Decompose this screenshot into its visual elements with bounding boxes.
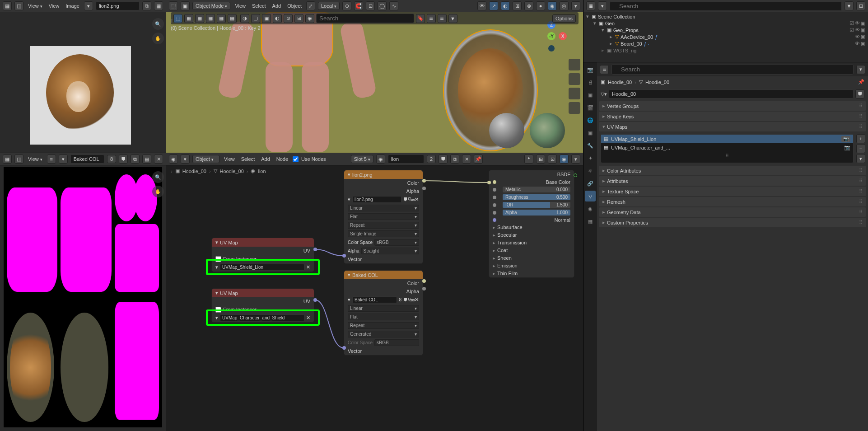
pin-properties-icon[interactable]: 📌 [858,79,864,85]
outliner-item-aacdevice[interactable]: ▽AAcDevice_00ƒ👁▣ [585,33,866,40]
imgtex1-color-socket[interactable] [422,179,426,183]
bsdf-basecolor-socket[interactable] [487,181,491,184]
outliner-item-geo[interactable]: ▣Geo☑👁▣ [585,20,866,27]
uv-mode-icon[interactable]: ◫ [14,155,23,164]
node-image-texture-1[interactable]: ▾lion2.png Color Alpha ▾lion2.png⛊⧉▤✕ Li… [344,170,423,264]
imgtex1-vector-socket[interactable] [342,254,346,258]
select-tool-6[interactable]: ▦ [228,14,237,23]
ior-slider[interactable]: IOR1.500 [503,202,570,208]
transmission-expand[interactable]: Transmission [493,240,527,246]
panel-uv-maps[interactable]: UV Maps⠿ [599,122,866,131]
dropdown-node-icon[interactable]: ▾ [571,155,580,164]
imgtex1-alpha[interactable]: Straight [361,248,419,254]
curve-icon[interactable]: ∿ [389,1,398,10]
menu-view-uv[interactable]: View [26,156,44,162]
list-toggle-icon[interactable]: ≡ [47,155,56,164]
prop-tab-particle[interactable]: ✦ [585,153,596,164]
mesh-name-field[interactable]: Hoodie_00 [609,89,854,98]
panel-texture-space[interactable]: Texture Space⠿ [599,187,866,196]
copy-icon[interactable]: ⧉ [131,155,140,164]
material-name-field[interactable]: lion [388,155,424,164]
menu-select-node[interactable]: Select [239,156,257,162]
new-collection-icon[interactable]: ⊞ [856,1,865,10]
uv-image-users[interactable]: 8 [107,155,116,163]
options-dropdown[interactable]: Options [552,14,576,23]
overlay-node-icon[interactable]: ⊡ [548,155,557,164]
layers-icon[interactable]: ≣ [427,14,436,23]
panel-custom-properties[interactable]: Custom Properties⠿ [599,218,866,227]
editor-type-3dview[interactable]: ⬚ [169,1,178,10]
unlink-mat-icon[interactable]: ✕ [462,155,471,164]
uv-canvas[interactable] [4,167,162,427]
alpha-slider[interactable]: Alpha1.000 [503,210,570,216]
bookmark-icon[interactable]: 🔖 [416,14,425,23]
imgtex1-filename[interactable]: lion2.png [352,196,401,203]
outliner-search[interactable] [610,1,842,11]
parent-node-icon[interactable]: ↰ [524,155,533,164]
menu-object-3d[interactable]: Object [285,3,303,9]
pin-icon[interactable]: 📌 [474,155,483,164]
collection-color-icon[interactable]: ◑ [240,14,249,23]
outliner-item-wgtsrig[interactable]: ▣WGTS_rig [585,47,866,54]
select-box-tool[interactable]: ⬚ [173,14,182,23]
node-image-texture-2[interactable]: ▾Baked COL Color Alpha ▾Baked COL8⛊⧉▤✕ L… [344,270,423,356]
uv-image-name-field[interactable]: Baked COL [70,155,104,164]
select-tool-4[interactable]: ▦ [206,14,215,23]
shading-material-icon[interactable]: ◉ [548,1,557,10]
mode-dropdown[interactable]: Object Mode [192,2,230,10]
shading-rendered-icon[interactable]: ◎ [560,1,569,10]
node-uvmap-1[interactable]: ▾UV Map UV From Instancer ▾UVMap_Shield_… [211,238,314,272]
outliner-item-board[interactable]: ▽Board_00ƒ ⌐👁▣ [585,40,866,47]
viewport-3d-canvas[interactable] [166,12,583,153]
remove-uvmap-button[interactable]: − [856,144,865,153]
menu-select-3d[interactable]: Select [250,3,268,9]
imgtex2-interp[interactable]: Linear [348,305,419,312]
slot-dropdown[interactable]: Slot 5 [351,155,373,163]
zoom-viewport-icon[interactable] [569,59,580,70]
pivot-icon[interactable]: ⊙ [342,1,351,10]
sheen-expand[interactable]: Sheen [493,255,512,261]
material-ball-icon[interactable]: ◉ [376,155,385,164]
select-tool-2[interactable]: ▦ [184,14,193,23]
subsurface-expand[interactable]: Subsurface [493,225,523,230]
pan-tool-uv-icon[interactable]: ✋ [152,186,164,197]
perspective-toggle-icon[interactable] [569,102,580,114]
imgtex1-source[interactable]: Single Image [348,230,419,237]
image-canvas-top[interactable] [0,14,166,153]
uvmap-menu-icon[interactable]: ▾ [856,154,865,163]
image-name-field[interactable]: lion2.png [96,1,140,10]
specular-expand[interactable]: Specular [493,232,517,238]
overlay-4[interactable]: ⊚ [284,14,293,23]
uv-output-socket-2[interactable] [313,298,317,302]
panel-geometry-data[interactable]: Geometry Data⠿ [599,207,866,217]
shading-dropdown-icon[interactable]: ▾ [571,1,580,10]
zoom-tool-icon[interactable]: 🔍 [152,18,164,30]
overlay-toggle-icon[interactable]: ◐ [501,1,510,10]
prop-tab-texture[interactable]: ▦ [585,216,596,227]
menu-view[interactable]: View [26,3,44,9]
snap-target-icon[interactable]: ⊡ [366,1,375,10]
node-bsdf[interactable]: BSDF Base Color Metallic0.000 Roughness0… [489,170,574,278]
prop-tab-data[interactable]: ▽ [585,191,596,201]
menu-add-node[interactable]: Add [259,156,272,162]
prop-tab-world[interactable]: 🌐 [585,115,596,126]
uv-output-socket-1[interactable] [313,248,317,251]
select-tool-5[interactable]: ▦ [217,14,226,23]
uvmap-grip-icon[interactable]: ⠿ [601,152,853,160]
overlay-2[interactable]: ▣ [262,14,271,23]
menu-view-3d[interactable]: View [233,3,247,9]
imgtex2-color-socket[interactable] [422,279,426,283]
shader-type-icon[interactable]: ▾ [181,155,190,164]
zoom-tool-uv-icon[interactable]: 🔍 [152,171,164,183]
outliner-item-geoprops[interactable]: ▣Geo_Props☑👁▣ [585,27,866,33]
imgtex1-colorspace[interactable]: sRGB [374,239,419,246]
imgtex1-projection[interactable]: Flat [348,213,419,220]
overlay-1[interactable]: ▢ [251,14,260,23]
material-users[interactable]: 2 [427,155,436,163]
snap-icon[interactable]: 🧲 [354,1,363,10]
shield-node-icon[interactable]: ⛊ [439,155,448,164]
image-datablock-icon[interactable]: ▾ [84,1,93,10]
shield-icon[interactable]: ⛊ [119,155,128,164]
linked-duplicate-icon[interactable]: ⧉ [142,1,151,10]
wrench-vp-icon[interactable]: ≣ [438,14,447,23]
